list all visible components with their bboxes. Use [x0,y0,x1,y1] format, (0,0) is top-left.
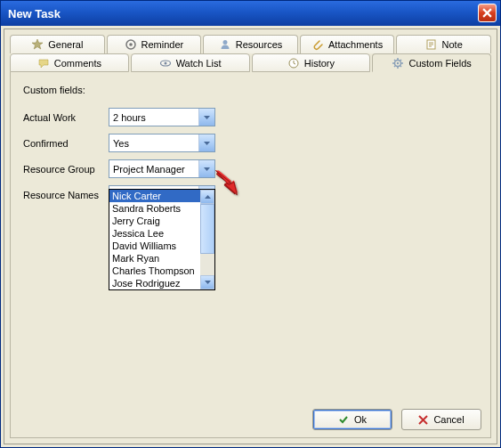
dialog-window: New Task General Reminder [0,0,501,448]
tab-reminder[interactable]: Reminder [107,35,202,53]
scroll-thumb[interactable] [200,204,214,254]
cancel-button[interactable]: Cancel [401,409,481,430]
scroll-down-button[interactable] [200,275,214,289]
list-item[interactable]: Jose Rodriguez [109,277,200,289]
pointer-arrow-icon [214,168,244,200]
star-icon [31,38,44,51]
person-icon [219,38,231,51]
tab-attachments[interactable]: Attachments [300,35,395,53]
combo-value: 2 hours [109,109,198,126]
target-icon [125,38,137,51]
combo-resource-group[interactable]: Project Manager [109,159,215,178]
label-confirmed: Confirmed [23,138,109,149]
list-item[interactable]: Mark Ryan [109,252,200,265]
clock-icon [287,57,300,69]
label-resource-group: Resource Group [23,164,109,175]
check-icon [338,414,349,425]
scroll-up-button[interactable] [200,190,214,204]
chevron-down-icon[interactable] [198,134,214,151]
label-resource-names: Resource Names [23,190,109,200]
svg-marker-0 [32,39,43,49]
section-title: Custom fields: [23,85,481,95]
list-item[interactable]: Jessica Lee [109,227,200,240]
chevron-down-icon[interactable] [198,160,214,177]
close-icon [482,8,492,18]
combo-confirmed[interactable]: Yes [109,134,215,152]
tab-panel-custom-fields: Custom fields: Actual Work 2 hours Confi… [10,72,491,438]
dialog-buttons: Ok Cancel [312,409,481,430]
tab-comments[interactable]: Comments [10,53,129,72]
x-icon [418,415,428,425]
list-item[interactable]: Sandra Roberts [109,202,200,215]
chevron-down-icon[interactable] [198,109,214,126]
row-resource-group: Resource Group Project Manager [23,159,481,178]
dropdown-list: Nick Carter Sandra Roberts Jerry Craig J… [109,190,200,289]
titlebar[interactable]: New Task [1,1,500,26]
scrollbar[interactable] [200,190,214,289]
scroll-track[interactable] [200,204,214,275]
tab-note[interactable]: Note [396,35,491,53]
tab-label: History [304,58,335,69]
list-item[interactable]: David Williams [109,240,200,252]
tab-label: Comments [54,58,101,69]
tab-label: Attachments [328,39,383,50]
tab-history[interactable]: History [252,53,371,72]
tab-label: Custom Fields [408,58,471,69]
tab-row-1: General Reminder Resources [10,35,491,53]
tab-strip: General Reminder Resources [4,29,497,72]
close-button[interactable] [478,4,497,22]
tab-watch-list[interactable]: Watch List [131,53,250,72]
row-confirmed: Confirmed Yes [23,134,481,152]
svg-point-9 [397,61,399,63]
tab-label: Reminder [141,39,184,50]
combo-value: Project Manager [109,160,198,177]
tab-label: Watch List [176,58,222,69]
tab-custom-fields[interactable]: Custom Fields [372,53,491,72]
note-icon [425,38,438,51]
tab-label: General [48,39,83,50]
svg-point-3 [222,40,227,45]
combo-value: Yes [109,134,198,151]
svg-marker-10 [216,171,238,195]
eye-icon [159,57,172,69]
row-resource-names: Resource Names Nick Carter [23,185,481,204]
list-item[interactable]: Charles Thompson [109,265,200,277]
svg-point-6 [164,61,166,64]
list-item[interactable]: Nick Carter [109,190,200,202]
row-actual-work: Actual Work 2 hours [23,108,481,126]
combo-actual-work[interactable]: 2 hours [109,108,215,126]
tab-general[interactable]: General [10,35,105,53]
window-title: New Task [8,7,61,20]
chat-icon [37,57,50,69]
list-item[interactable]: Jerry Craig [109,215,200,227]
tab-label: Resources [236,39,283,50]
gear-icon [392,57,404,69]
dropdown-resource-names[interactable]: Nick Carter Sandra Roberts Jerry Craig J… [109,189,215,290]
paperclip-icon [311,38,324,51]
tab-row-2: Comments Watch List History [10,53,491,72]
tab-resources[interactable]: Resources [203,35,298,53]
svg-point-2 [129,43,133,46]
ok-button[interactable]: Ok [312,409,392,430]
button-label: Ok [354,414,367,425]
client-area: General Reminder Resources [4,29,497,444]
label-actual-work: Actual Work [23,112,109,123]
tab-label: Note [442,39,463,50]
button-label: Cancel [433,414,464,425]
